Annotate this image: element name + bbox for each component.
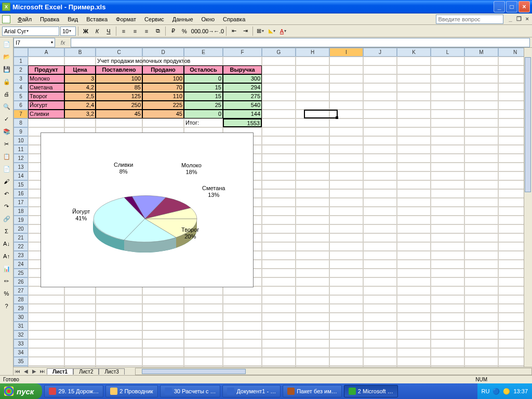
redo-button[interactable]: ↷ — [1, 201, 12, 212]
close-button[interactable]: × — [518, 1, 530, 12]
cell[interactable] — [363, 83, 397, 92]
cell[interactable] — [397, 189, 431, 198]
cell[interactable] — [296, 224, 329, 233]
cell[interactable] — [431, 171, 464, 180]
cell[interactable] — [28, 313, 64, 322]
cell[interactable] — [464, 57, 498, 65]
menu-help[interactable]: Справка — [219, 15, 249, 23]
cell[interactable] — [329, 145, 363, 154]
cell[interactable] — [262, 322, 296, 330]
cell[interactable]: Йогурт — [28, 101, 64, 110]
cell[interactable]: 100 — [142, 74, 184, 83]
name-box[interactable]: I7▾ — [14, 38, 55, 47]
cell[interactable] — [431, 322, 464, 330]
cell[interactable] — [262, 57, 296, 65]
cell[interactable] — [464, 357, 498, 366]
cell[interactable] — [363, 127, 397, 136]
cell[interactable] — [363, 163, 397, 171]
cell[interactable] — [397, 224, 431, 233]
cell[interactable] — [431, 74, 464, 83]
cell[interactable] — [363, 154, 397, 163]
cell[interactable] — [96, 295, 142, 304]
cell[interactable] — [329, 330, 363, 339]
sort-asc-button[interactable]: A↓ — [1, 238, 12, 249]
cell[interactable] — [296, 348, 329, 357]
cell[interactable] — [397, 242, 431, 251]
row-header[interactable]: 8 — [14, 118, 28, 127]
cell[interactable] — [223, 313, 262, 322]
cell[interactable] — [464, 348, 498, 357]
row-header[interactable]: 15 — [14, 180, 28, 189]
new-button[interactable]: 📄 — [1, 38, 12, 50]
cell[interactable] — [329, 357, 363, 366]
cell[interactable] — [296, 322, 329, 330]
cell[interactable]: 125 — [96, 92, 142, 101]
cell[interactable]: 300 — [223, 74, 262, 83]
cell[interactable]: Цена — [64, 65, 96, 74]
merge-center-button[interactable]: ⧉ — [153, 26, 163, 36]
cell[interactable] — [142, 57, 184, 65]
cell[interactable] — [184, 304, 223, 313]
cell[interactable] — [431, 57, 464, 65]
cell[interactable] — [464, 180, 498, 189]
cell[interactable] — [397, 154, 431, 163]
cell[interactable] — [464, 118, 498, 127]
row-header[interactable]: 21 — [14, 233, 28, 242]
cell[interactable] — [329, 101, 363, 110]
cell[interactable]: Продукт — [28, 65, 64, 74]
cell[interactable] — [142, 118, 184, 127]
tab-nav-next[interactable]: ▶ — [30, 368, 38, 374]
menu-insert[interactable]: Вставка — [82, 15, 112, 23]
row-header[interactable]: 25 — [14, 269, 28, 277]
cell[interactable]: 15 — [184, 92, 223, 101]
cell[interactable] — [363, 339, 397, 348]
cell[interactable] — [363, 216, 397, 224]
cell[interactable] — [431, 216, 464, 224]
font-name-select[interactable]: Arial Cyr — [2, 26, 59, 36]
cell[interactable] — [397, 339, 431, 348]
row-header[interactable]: 33 — [14, 339, 28, 348]
row-header[interactable]: 4 — [14, 83, 28, 92]
hyperlink-button[interactable]: 🔗 — [1, 213, 12, 224]
cell[interactable] — [464, 136, 498, 145]
cell[interactable] — [296, 171, 329, 180]
row-header[interactable]: 3 — [14, 74, 28, 83]
cell[interactable] — [431, 189, 464, 198]
cell[interactable] — [464, 286, 498, 295]
row-header[interactable]: 7 — [14, 110, 28, 118]
column-header[interactable]: E — [184, 48, 223, 57]
cell[interactable] — [329, 118, 363, 127]
cell[interactable] — [363, 198, 397, 207]
cell[interactable] — [329, 242, 363, 251]
cell[interactable] — [96, 357, 142, 366]
research-button[interactable]: 📚 — [1, 126, 12, 137]
help-button[interactable]: ? — [1, 300, 12, 312]
sheet-tab-1[interactable]: Лист1 — [47, 368, 73, 375]
cell[interactable] — [329, 260, 363, 269]
tab-nav-prev[interactable]: ◀ — [22, 368, 30, 374]
cell[interactable] — [296, 163, 329, 171]
cell[interactable] — [329, 65, 363, 74]
cell[interactable] — [296, 154, 329, 163]
row-header[interactable]: 17 — [14, 198, 28, 207]
cell[interactable] — [142, 313, 184, 322]
tray-icon[interactable]: 🟡 — [503, 388, 510, 395]
cell[interactable]: 110 — [142, 92, 184, 101]
cell[interactable] — [363, 101, 397, 110]
borders-button[interactable]: ⊞ — [255, 26, 265, 36]
cell[interactable] — [431, 260, 464, 269]
row-header[interactable]: 9 — [14, 127, 28, 136]
cell[interactable] — [262, 224, 296, 233]
cell[interactable] — [397, 207, 431, 216]
cell[interactable] — [184, 339, 223, 348]
cell[interactable]: 225 — [142, 101, 184, 110]
cell[interactable] — [363, 118, 397, 127]
cell[interactable] — [262, 313, 296, 322]
cell[interactable] — [431, 127, 464, 136]
cell[interactable] — [363, 242, 397, 251]
cell[interactable] — [296, 74, 329, 83]
tray-icon[interactable]: 🔵 — [493, 388, 500, 395]
cell[interactable]: 2,5 — [64, 92, 96, 101]
cell[interactable] — [329, 136, 363, 145]
cell[interactable] — [262, 242, 296, 251]
